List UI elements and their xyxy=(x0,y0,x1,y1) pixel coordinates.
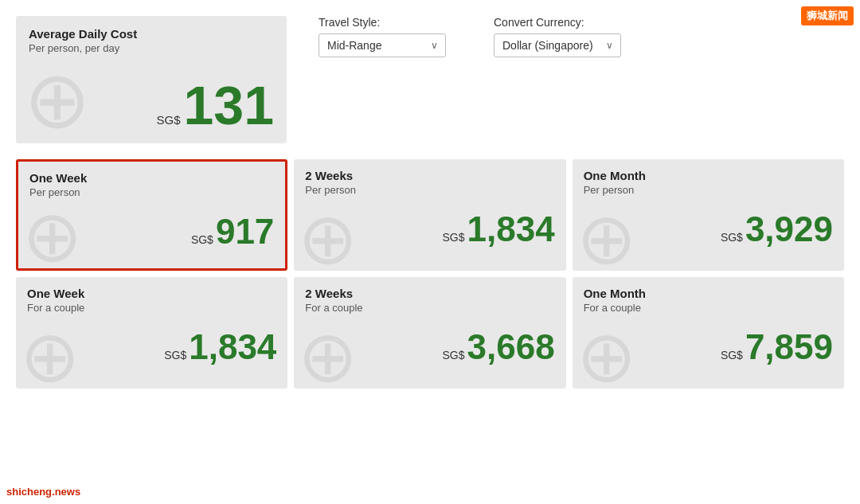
cost-card-couple-grid-0: One Week For a couple ⊕ SG$ 1,834 xyxy=(16,277,287,389)
cost-card-per-person-grid-2: One Month Per person ⊕ SG$ 3,929 xyxy=(573,159,844,271)
cost-card-couple-grid-2: One Month For a couple ⊕ SG$ 7,859 xyxy=(573,277,844,389)
card-subtitle-per-person-grid-1: Per person xyxy=(305,184,554,196)
cost-card-couple-grid-1: 2 Weeks For a couple ⊕ SG$ 3,668 xyxy=(294,277,565,389)
couple-grid: One Week For a couple ⊕ SG$ 1,834 2 Week… xyxy=(16,277,844,389)
control-group: Travel Style: Mid-Range Budget Luxury Co… xyxy=(319,16,844,57)
bg-icon-couple-grid-2: ⊕ xyxy=(577,321,636,389)
main-container: Average Daily Cost Per person, per day ⊕… xyxy=(0,0,860,404)
currency-per-person-grid-1: SG$ xyxy=(443,231,465,244)
daily-cost-currency: SG$ xyxy=(157,113,181,127)
amount-per-person-grid-0: 917 xyxy=(216,214,274,249)
currency-per-person-grid-0: SG$ xyxy=(191,233,213,246)
currency-select[interactable]: Dollar (Singapore) USD EUR GBP xyxy=(494,33,621,57)
daily-cost-title: Average Daily Cost xyxy=(29,27,274,41)
watermark-bottom-left: shicheng.news xyxy=(6,486,80,498)
travel-style-select-wrapper[interactable]: Mid-Range Budget Luxury xyxy=(319,33,446,57)
card-title-per-person-grid-2: One Month xyxy=(584,169,833,182)
card-title-couple-grid-0: One Week xyxy=(27,287,276,300)
amount-couple-grid-1: 3,668 xyxy=(467,330,555,365)
card-subtitle-couple-grid-1: For a couple xyxy=(305,302,554,314)
travel-style-control: Travel Style: Mid-Range Budget Luxury xyxy=(319,16,446,57)
amount-per-person-grid-1: 1,834 xyxy=(467,212,555,247)
card-title-per-person-grid-0: One Week xyxy=(29,171,274,185)
amount-per-person-grid-2: 3,929 xyxy=(745,212,833,247)
currency-couple-grid-1: SG$ xyxy=(443,349,465,361)
bg-icon-couple-grid-1: ⊕ xyxy=(298,321,358,389)
bg-icon-daily: ⊕ xyxy=(24,60,91,139)
card-subtitle-per-person-grid-2: Per person xyxy=(584,184,833,196)
card-subtitle-couple-grid-0: For a couple xyxy=(27,302,276,314)
travel-style-label: Travel Style: xyxy=(319,16,446,29)
bg-icon-per-person-grid-2: ⊕ xyxy=(577,203,636,271)
controls-section: Travel Style: Mid-Range Budget Luxury Co… xyxy=(319,16,844,57)
amount-couple-grid-0: 1,834 xyxy=(189,330,276,365)
bg-icon-per-person-grid-1: ⊕ xyxy=(298,203,358,271)
watermark-top-right: 狮城新闻 xyxy=(801,6,854,25)
amount-couple-grid-2: 7,859 xyxy=(745,330,833,365)
top-row: Average Daily Cost Per person, per day ⊕… xyxy=(16,16,844,143)
card-title-couple-grid-1: 2 Weeks xyxy=(305,287,554,300)
page-wrapper: 狮城新闻 shicheng.news Average Daily Cost Pe… xyxy=(0,0,860,504)
currency-couple-grid-2: SG$ xyxy=(721,349,743,361)
bg-icon-per-person-grid-0: ⊕ xyxy=(22,201,82,271)
travel-style-select[interactable]: Mid-Range Budget Luxury xyxy=(319,33,446,57)
bg-icon-couple-grid-0: ⊕ xyxy=(20,321,80,389)
currency-couple-grid-0: SG$ xyxy=(164,349,186,361)
cost-card-per-person-grid-1: 2 Weeks Per person ⊕ SG$ 1,834 xyxy=(294,159,565,271)
card-title-couple-grid-2: One Month xyxy=(584,287,833,300)
currency-per-person-grid-2: SG$ xyxy=(721,231,743,244)
currency-label: Convert Currency: xyxy=(494,16,621,29)
currency-select-wrapper[interactable]: Dollar (Singapore) USD EUR GBP xyxy=(494,33,621,57)
daily-cost-card: Average Daily Cost Per person, per day ⊕… xyxy=(16,16,287,143)
card-title-per-person-grid-1: 2 Weeks xyxy=(305,169,554,182)
daily-cost-subtitle: Per person, per day xyxy=(29,42,274,54)
card-subtitle-couple-grid-2: For a couple xyxy=(584,302,833,314)
currency-control: Convert Currency: Dollar (Singapore) USD… xyxy=(494,16,621,57)
cost-card-per-person-grid-0: One Week Per person ⊕ SG$ 917 xyxy=(16,159,287,271)
daily-cost-amount: 131 xyxy=(184,78,274,132)
per-person-grid: One Week Per person ⊕ SG$ 917 2 Weeks Pe… xyxy=(16,159,844,271)
